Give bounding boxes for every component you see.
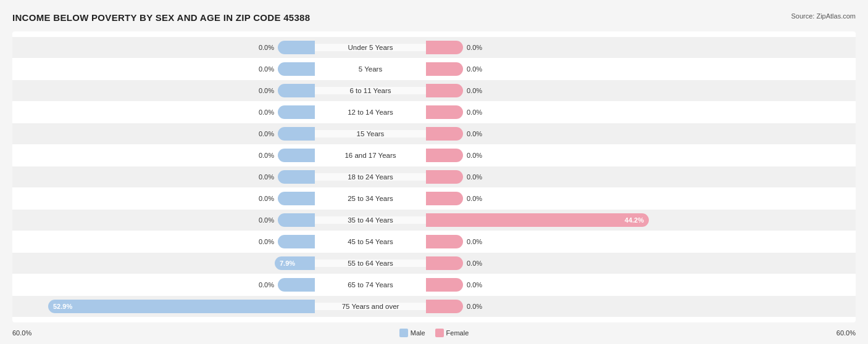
male-bar	[278, 192, 315, 205]
male-section: 0.0%	[12, 80, 315, 101]
male-bar	[278, 105, 315, 119]
age-label: 12 to 14 Years	[315, 109, 426, 116]
male-value: 0.0%	[259, 130, 274, 137]
female-value: 0.0%	[467, 238, 482, 245]
legend-male: Male	[399, 329, 425, 337]
age-label: Under 5 Years	[315, 44, 426, 51]
age-label: 5 Years	[315, 65, 426, 73]
axis-label-left: 60.0%	[12, 329, 315, 337]
male-bar	[278, 84, 315, 97]
chart-header: INCOME BELOW POVERTY BY SEX AND AGE IN Z…	[12, 12, 856, 23]
bar-row: 0.0%5 Years0.0%	[12, 59, 856, 80]
chart-container: INCOME BELOW POVERTY BY SEX AND AGE IN Z…	[0, 0, 868, 344]
female-section: 0.0%	[426, 145, 728, 166]
bar-row: 0.0%65 to 74 Years0.0%	[12, 274, 856, 295]
female-bar: 44.2%	[426, 213, 649, 227]
male-bar	[278, 149, 315, 162]
male-section: 0.0%	[12, 210, 315, 231]
female-value: 0.0%	[467, 44, 482, 51]
male-section: 52.9%	[12, 296, 315, 317]
female-value: 0.0%	[467, 260, 482, 267]
female-bar	[426, 84, 463, 97]
female-section: 0.0%	[426, 80, 728, 101]
male-label: Male	[411, 329, 425, 337]
female-bar	[426, 41, 463, 54]
bar-row: 0.0%15 Years0.0%	[12, 123, 856, 144]
age-label: 25 to 34 Years	[315, 195, 426, 202]
age-label: 55 to 64 Years	[315, 260, 426, 267]
male-bar	[278, 62, 315, 76]
female-section: 0.0%	[426, 253, 728, 274]
female-section: 0.0%	[426, 37, 728, 58]
male-section: 7.9%	[12, 253, 315, 274]
female-bar	[426, 300, 463, 313]
male-swatch	[399, 329, 408, 337]
male-value: 0.0%	[259, 65, 274, 73]
bar-row: 0.0%Under 5 Years0.0%	[12, 37, 856, 58]
age-label: 35 to 44 Years	[315, 216, 426, 224]
female-bar	[426, 105, 463, 119]
female-bar	[426, 235, 463, 248]
female-bar	[426, 256, 463, 270]
bar-row: 52.9%75 Years and over0.0%	[12, 296, 856, 317]
female-section: 0.0%	[426, 59, 728, 80]
legend-female: Female	[435, 329, 469, 337]
bar-row: 0.0%18 to 24 Years0.0%	[12, 166, 856, 187]
male-bar	[278, 170, 315, 184]
male-value: 0.0%	[259, 238, 274, 245]
age-label: 18 to 24 Years	[315, 173, 426, 181]
male-section: 0.0%	[12, 123, 315, 144]
male-bar	[278, 41, 315, 54]
chart-title: INCOME BELOW POVERTY BY SEX AND AGE IN Z…	[12, 12, 310, 23]
female-section: 0.0%	[426, 166, 728, 187]
female-section: 0.0%	[426, 188, 728, 209]
female-value: 0.0%	[467, 173, 482, 181]
female-section: 0.0%	[426, 296, 728, 317]
age-label: 45 to 54 Years	[315, 238, 426, 245]
female-value: 44.2%	[620, 216, 649, 224]
male-value: 0.0%	[259, 87, 274, 94]
male-bar: 52.9%	[48, 300, 315, 313]
female-bar	[426, 170, 463, 184]
male-section: 0.0%	[12, 231, 315, 252]
male-section: 0.0%	[12, 145, 315, 166]
female-bar	[426, 62, 463, 76]
age-label: 65 to 74 Years	[315, 281, 426, 289]
bar-row: 0.0%45 to 54 Years0.0%	[12, 231, 856, 252]
female-label: Female	[446, 329, 469, 337]
female-value: 0.0%	[467, 109, 482, 116]
male-bar	[278, 235, 315, 248]
male-section: 0.0%	[12, 37, 315, 58]
female-section: 0.0%	[426, 123, 728, 144]
female-bar	[426, 278, 463, 292]
female-value: 0.0%	[467, 65, 482, 73]
bar-row: 0.0%25 to 34 Years0.0%	[12, 188, 856, 209]
chart-footer: 60.0% Male Female 60.0%	[12, 329, 856, 337]
male-value: 0.0%	[259, 152, 274, 159]
legend: Male Female	[378, 329, 490, 337]
age-label: 6 to 11 Years	[315, 87, 426, 94]
male-bar: 7.9%	[275, 256, 315, 270]
bar-row: 0.0%12 to 14 Years0.0%	[12, 102, 856, 123]
male-value: 0.0%	[259, 44, 274, 51]
age-label: 15 Years	[315, 130, 426, 137]
male-bar	[278, 278, 315, 292]
axis-label-right: 60.0%	[553, 329, 856, 337]
female-section: 44.2%	[426, 210, 728, 231]
female-bar	[426, 192, 463, 205]
female-section: 0.0%	[426, 102, 728, 123]
bar-row: 0.0%35 to 44 Years44.2%	[12, 210, 856, 231]
male-section: 0.0%	[12, 188, 315, 209]
male-section: 0.0%	[12, 59, 315, 80]
male-value: 0.0%	[259, 281, 274, 289]
male-value: 0.0%	[259, 173, 274, 181]
male-bar	[278, 213, 315, 227]
female-section: 0.0%	[426, 274, 728, 295]
bar-row: 7.9%55 to 64 Years0.0%	[12, 253, 856, 274]
female-swatch	[435, 329, 444, 337]
female-bar	[426, 149, 463, 162]
male-value: 0.0%	[259, 109, 274, 116]
male-value: 7.9%	[275, 260, 300, 267]
male-section: 0.0%	[12, 166, 315, 187]
age-label: 16 and 17 Years	[315, 152, 426, 159]
